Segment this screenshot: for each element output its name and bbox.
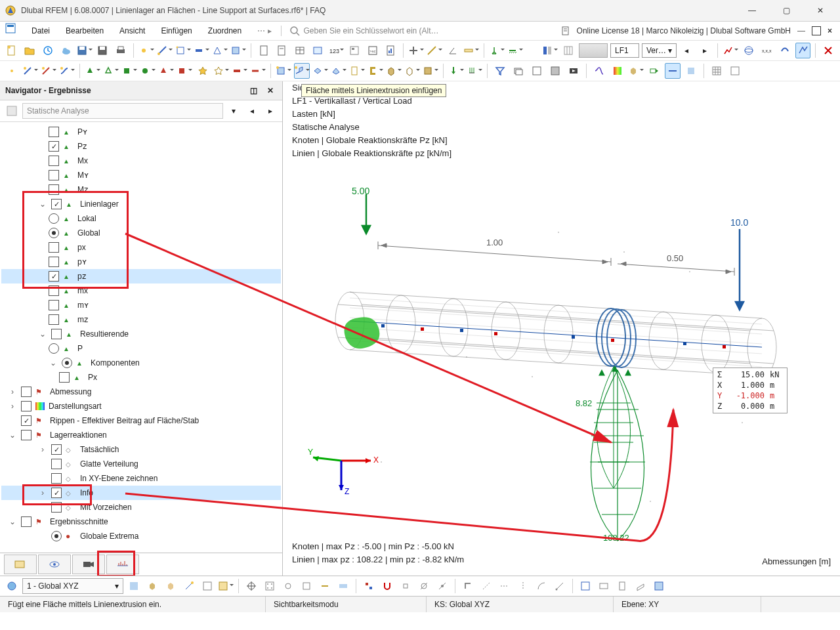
history-icon[interactable] [40,43,56,58]
numlist-icon[interactable]: 123 [328,43,344,58]
ortho-icon[interactable] [460,578,476,594]
track-2[interactable] [497,578,513,594]
dock-icon[interactable]: ◫ [247,84,260,97]
menu-datei[interactable]: Datei [25,22,56,40]
cap-icon[interactable] [777,43,793,58]
save-icon[interactable] [95,43,111,58]
tree-inxy[interactable]: In XY-Ebene zeichnen [1,471,281,486]
tree-komp[interactable]: ⌄Komponenten [1,356,281,370]
osnap-1[interactable] [361,578,377,594]
stats-icon[interactable] [383,43,398,58]
tree-mitvor[interactable]: Mit Vorzeichen [1,500,281,514]
tree-py[interactable]: Pʏ [1,125,281,139]
combo-prev-icon[interactable]: ◂ [244,103,260,119]
menu-einfuegen[interactable]: Einfügen [154,22,198,40]
tab-views[interactable] [4,555,37,574]
tree-pz[interactable]: Pᴢ [1,139,281,154]
cs-icon-3[interactable] [163,578,178,594]
pan-icon[interactable] [408,43,424,58]
tree-linienlager[interactable]: ⌄Linienlager [1,197,281,211]
cloud-icon[interactable] [58,43,74,58]
support-green-2[interactable] [103,63,119,79]
next-lc-icon[interactable]: ▸ [697,43,713,58]
support-green-1[interactable] [85,63,100,79]
snap-icon-5[interactable] [317,578,333,594]
tool-a6[interactable] [230,43,246,58]
member-new-icon[interactable] [41,63,56,79]
red-tool-2[interactable] [250,63,266,79]
tree-resultierende[interactable]: ⌄Resultierende [1,327,281,341]
red-tool-1[interactable] [232,63,247,79]
curve-icon[interactable] [59,63,75,79]
snap-icon-4[interactable] [299,578,314,594]
tab-camera[interactable] [72,555,105,574]
ruler-icon[interactable] [463,43,479,58]
load-tool-1[interactable] [448,63,464,79]
load-tool-2[interactable] [467,63,482,79]
cs-icon-5[interactable] [200,578,215,594]
osnap-magnet[interactable] [379,578,395,594]
support-green-4[interactable] [140,63,156,79]
tree-lokal[interactable]: Lokal [1,211,281,226]
combo-dd-icon[interactable]: ▾ [226,103,242,119]
tree-glatte[interactable]: Glatte Verteilung [1,457,281,471]
tree-tats[interactable]: ›Tatsächlich [1,442,281,457]
plane-icon-3[interactable] [633,578,648,594]
doc-icon-1[interactable] [256,43,272,58]
table2-icon[interactable] [310,43,326,58]
close-button[interactable]: ✕ [806,1,835,20]
load-case-value[interactable]: Ver… ▾ [642,43,677,58]
star-icon-1[interactable] [195,63,211,79]
grid-icon[interactable] [560,43,576,58]
combo-next-icon[interactable]: ▸ [262,103,278,119]
layers-icon-3[interactable] [547,63,563,79]
panel-close-icon[interactable]: ✕ [264,84,277,97]
grid2-icon[interactable] [709,63,724,79]
layers-icon-2[interactable] [529,63,545,79]
coord-system-combo[interactable]: 1 - Global XYZ▾ [22,578,123,594]
viewport[interactable]: Sichtbarkeitsmodus LF1 - Vertikallast / … [283,81,840,576]
open-file-icon[interactable] [22,43,38,58]
line-res-icon[interactable] [665,63,681,79]
tree-smz[interactable]: mᴢ [1,312,281,327]
deform-icon[interactable] [591,63,607,79]
tool-a2[interactable] [157,43,173,58]
tree-spz[interactable]: pᴢ [1,269,281,284]
tab-results[interactable] [106,555,139,574]
tab-display[interactable] [38,555,71,574]
minimize-button[interactable]: ― [738,1,766,20]
tool-a3[interactable] [175,43,191,58]
line-new-icon[interactable] [22,63,38,79]
menu-ansicht[interactable]: Ansicht [113,22,152,40]
surf-tool-3[interactable] [312,63,328,79]
tree-ergebnisschnitte[interactable]: ⌄Ergebnisschnitte [1,514,281,529]
tree-globext[interactable]: ●Globale Extrema [1,529,281,543]
tree-abmessung[interactable]: ›Abmessung [1,385,281,399]
tree-smx[interactable]: mx [1,284,281,298]
snap-icon-1[interactable] [243,578,259,594]
mdi-close-icon[interactable]: × [828,26,832,35]
table-icon[interactable] [292,43,308,58]
tree-mz[interactable]: Mᴢ [1,182,281,197]
sec-tool-1[interactable] [349,63,365,79]
maximize-button[interactable]: ▢ [772,1,801,20]
solid-tool-2[interactable] [404,63,420,79]
tree-global[interactable]: Global [1,226,281,240]
angle-icon[interactable] [445,43,461,58]
grid3-icon[interactable] [727,63,743,79]
navigator-tree[interactable]: Pʏ Pᴢ Mx Mʏ Mᴢ ⌄Linienlager Lokal Global… [0,122,282,553]
cs-icon-6[interactable] [218,578,234,594]
sec-tool-2[interactable] [368,63,383,79]
surf-tool-4[interactable] [331,63,346,79]
support-green-3[interactable] [121,63,137,79]
support-red-2[interactable] [177,63,192,79]
surf-res-icon[interactable] [683,63,699,79]
solid-tool-3[interactable] [423,63,438,79]
doc-icon-2[interactable] [274,43,289,58]
save-group-icon[interactable] [77,43,93,58]
tree-info[interactable]: ›Info [1,486,281,500]
support-red-1[interactable] [158,63,174,79]
tree-p[interactable]: P [1,341,281,356]
osnap-5[interactable] [434,578,450,594]
plane-icon-1[interactable] [596,578,612,594]
